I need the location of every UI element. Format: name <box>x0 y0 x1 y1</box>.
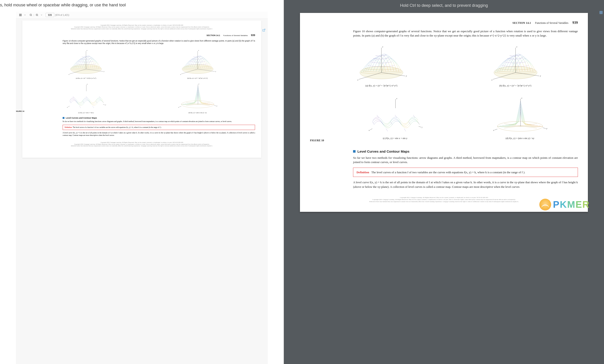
chevron-down-icon[interactable] <box>23 13 27 17</box>
definition-body: The level curves of a function f of two … <box>371 170 525 174</box>
page-total-label: (974 of 1,421) <box>55 14 69 16</box>
graph-d-caption: (d) f(x, y) = (sin x sin y) / xy <box>188 112 207 114</box>
graph-c: FIGURE 10 (c) f(x, y) = sin x + sin y <box>35 81 137 114</box>
section-label: SECTION 14.1 <box>206 34 220 36</box>
left-page-scroll[interactable]: Copyright 2021 Cengage Learning. All Rig… <box>16 19 268 364</box>
pdf-toolbar: | (974 of 1,421) <box>16 12 268 19</box>
intro-paragraph: Figure 10 shows computer-generated graph… <box>353 29 578 38</box>
graph-a: (a) f(x, y) = (x² + 3y²)e^{-x²-y²} <box>35 47 137 79</box>
svg-rect-21 <box>20 14 20 15</box>
graph-b: (b) f(x, y) = (x² + 3y²)e^{-x²-y²} <box>455 42 576 87</box>
thumbnails-icon[interactable] <box>19 13 22 17</box>
svg-line-26 <box>31 15 32 16</box>
body-paragraph-1: So far we have two methods for visualizi… <box>353 156 578 164</box>
right-pane: Hold Ctrl to deep select, and to prevent… <box>284 0 604 364</box>
svg-rect-22 <box>21 14 22 15</box>
blue-square-icon <box>63 117 64 119</box>
figure-grid: (a) f(x, y) = (x² + 3y²)e^{-x²-y²} (b) f… <box>35 47 249 114</box>
left-pane: s, hold mouse wheel or spacebar while dr… <box>0 0 284 364</box>
corner-indicator <box>599 11 603 14</box>
figure-label: FIGURE 10 <box>310 139 340 142</box>
bottom-copyright: Copyright 2021 Cengage Learning. All Rig… <box>29 142 255 147</box>
definition-head: Definition <box>65 126 72 128</box>
section-heading: Level Curves and Contour Maps <box>353 149 578 153</box>
graph-a-caption: (a) f(x, y) = (x² + 3y²)e^{-x²-y²} <box>76 77 96 79</box>
section-heading: Level Curves and Contour Maps <box>63 117 255 119</box>
external-link-icon[interactable] <box>262 29 265 33</box>
page-header: SECTION 14.1 Functions of Several Variab… <box>310 21 578 25</box>
figure-grid: (a) f(x, y) = (x² + 3y²)e^{-x²-y²} (b) f… <box>321 42 576 87</box>
definition-head: Definition <box>356 170 369 174</box>
bottom-copyright: Copyright 2021 Cengage Learning. All Rig… <box>310 197 578 203</box>
top-copyright: Copyright 2021 Cengage Learning. All Rig… <box>29 24 255 30</box>
zoom-out-icon[interactable] <box>29 13 33 17</box>
page-header: SECTION 14.1 Functions of Several Variab… <box>29 34 255 36</box>
svg-line-20 <box>264 29 265 30</box>
page-number-input[interactable] <box>46 13 54 17</box>
graph-d-caption: (d) f(x, y) = (sin x sin y) / xy <box>505 137 534 139</box>
graph-b-caption: (b) f(x, y) = (x² + 3y²)e^{-x²-y²} <box>187 77 208 79</box>
svg-rect-23 <box>20 15 20 16</box>
section-heading-text: Level Curves and Contour Maps <box>66 117 97 119</box>
drag-hint-right: Hold Ctrl to deep select, and to prevent… <box>284 0 604 9</box>
section-title: Functions of Several Variables <box>535 21 568 25</box>
definition-body: The level curves of a function f of two … <box>73 126 161 128</box>
section-label: SECTION 14.1 <box>512 21 531 25</box>
intro-paragraph: Figure 10 shows computer-generated graph… <box>63 40 255 45</box>
section-title: Functions of Several Variables <box>223 35 248 36</box>
body-paragraph-1: So far we have two methods for visualizi… <box>63 121 255 123</box>
right-pdf-page: SECTION 14.1 Functions of Several Variab… <box>300 13 588 212</box>
right-page-scroll[interactable]: SECTION 14.1 Functions of Several Variab… <box>284 9 604 364</box>
graph-d: (d) f(x, y) = (sin x sin y) / xy <box>146 81 249 114</box>
graph-c: (c) f(x, y) = sin x + sin y <box>340 95 451 139</box>
section-heading-text: Level Curves and Contour Maps <box>357 149 409 153</box>
svg-rect-24 <box>21 15 22 16</box>
svg-line-29 <box>38 15 38 16</box>
graph-b-caption: (b) f(x, y) = (x² + 3y²)e^{-x²-y²} <box>499 84 531 87</box>
graph-a: (a) f(x, y) = (x² + 3y²)e^{-x²-y²} <box>321 42 441 87</box>
chevron-down-icon[interactable] <box>40 13 43 17</box>
body-paragraph-2: A level curve f(x, y) = k is the set of … <box>353 180 578 189</box>
page-number: 939 <box>251 34 255 36</box>
blue-square-icon <box>353 150 355 153</box>
definition-box: Definition The level curves of a functio… <box>353 168 578 177</box>
graph-b: (b) f(x, y) = (x² + 3y²)e^{-x²-y²} <box>146 47 249 79</box>
drag-hint-left: s, hold mouse wheel or spacebar while dr… <box>0 0 284 12</box>
zoom-in-icon[interactable] <box>35 13 39 17</box>
graph-d: (d) f(x, y) = (sin x sin y) / xy <box>465 95 576 139</box>
graph-a-caption: (a) f(x, y) = (x² + 3y²)e^{-x²-y²} <box>365 84 398 87</box>
definition-box: Definition The level curves of a functio… <box>63 125 255 130</box>
figure-label: FIGURE 10 <box>16 110 24 112</box>
graph-c-caption: (c) f(x, y) = sin x + sin y <box>78 112 94 114</box>
page-number: 939 <box>572 21 578 25</box>
left-pdf-page: Copyright 2021 Cengage Learning. All Rig… <box>22 20 262 158</box>
graph-c-caption: (c) f(x, y) = sin x + sin y <box>383 137 407 139</box>
body-paragraph-2: A level curve f(x, y) = k is the set of … <box>63 132 255 137</box>
